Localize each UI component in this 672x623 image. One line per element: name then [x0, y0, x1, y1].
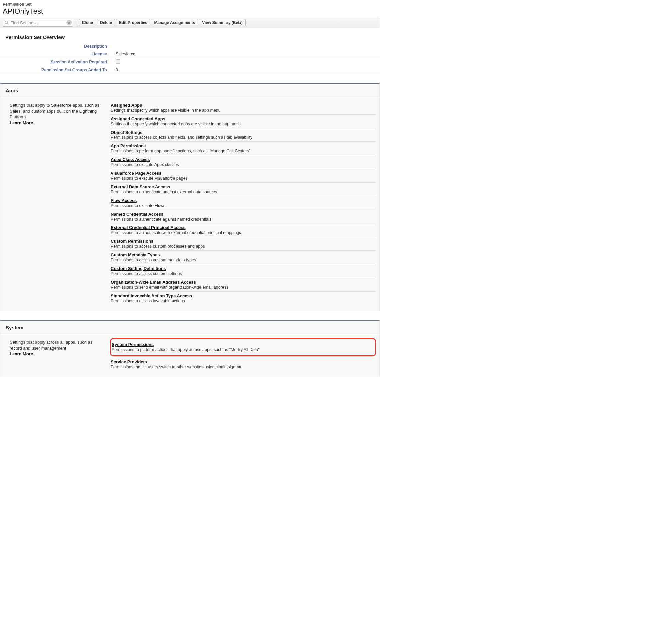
highlight-system-permissions: System PermissionsPermissions to perform…	[110, 338, 376, 356]
link-row-app-permissions: App PermissionsPermissions to perform ap…	[110, 142, 376, 155]
link-row-external-credential-principal-access: External Credential Principal AccessPerm…	[110, 224, 376, 237]
system-learn-more-link[interactable]: Learn More	[10, 351, 33, 356]
link-custom-metadata-types[interactable]: Custom Metadata Types	[111, 253, 375, 257]
ov-label-session: Session Activation Required	[0, 58, 113, 66]
link-desc-visualforce-page-access: Permissions to execute Visualforce pages	[111, 176, 375, 181]
link-row-visualforce-page-access: Visualforce Page AccessPermissions to ex…	[110, 169, 376, 183]
link-desc-custom-permissions: Permissions to access custom processes a…	[111, 244, 375, 249]
overview-heading: Permission Set Overview	[0, 28, 380, 42]
ov-value-license: Salesforce	[113, 51, 380, 58]
link-desc-assigned-apps: Settings that specify which apps are vis…	[111, 108, 375, 113]
apps-intro: Settings that apply to Salesforce apps, …	[4, 101, 110, 305]
link-desc-named-credential-access: Permissions to authenticate against name…	[111, 217, 375, 221]
system-heading: System	[0, 321, 379, 334]
overview-table: Description License Salesforce Session A…	[0, 42, 380, 74]
apps-heading: Apps	[0, 84, 379, 97]
link-assigned-connected-apps[interactable]: Assigned Connected Apps	[111, 116, 375, 121]
link-visualforce-page-access[interactable]: Visualforce Page Access	[111, 171, 375, 176]
manage-assignments-button[interactable]: Manage Assignments	[151, 19, 198, 26]
link-desc-assigned-connected-apps: Settings that specify which connected ap…	[111, 122, 375, 126]
link-service-providers[interactable]: Service Providers	[111, 359, 375, 364]
link-custom-permissions[interactable]: Custom Permissions	[111, 239, 375, 244]
link-external-data-source-access[interactable]: External Data Source Access	[111, 184, 375, 189]
link-row-custom-metadata-types: Custom Metadata TypesPermissions to acce…	[110, 251, 376, 264]
link-row-custom-permissions: Custom PermissionsPermissions to access …	[110, 237, 376, 251]
link-row-system-permissions: System PermissionsPermissions to perform…	[112, 340, 373, 354]
link-object-settings[interactable]: Object Settings	[111, 130, 375, 135]
apps-learn-more-link[interactable]: Learn More	[10, 120, 33, 125]
link-assigned-apps[interactable]: Assigned Apps	[111, 102, 375, 108]
link-external-credential-principal-access[interactable]: External Credential Principal Access	[111, 225, 375, 230]
link-row-object-settings: Object SettingsPermissions to access obj…	[110, 128, 376, 142]
ov-value-groups: 0	[113, 66, 380, 74]
edit-properties-button[interactable]: Edit Properties	[116, 19, 150, 26]
link-desc-apex-class-access: Permissions to execute Apex classes	[111, 162, 375, 167]
link-apex-class-access[interactable]: Apex Class Access	[111, 157, 375, 162]
link-row-named-credential-access: Named Credential AccessPermissions to au…	[110, 210, 376, 224]
link-row-assigned-apps: Assigned AppsSettings that specify which…	[110, 101, 376, 115]
link-row-custom-setting-definitions: Custom Setting DefinitionsPermissions to…	[110, 264, 376, 278]
link-desc-flow-access: Permissions to execute Flows	[111, 203, 375, 208]
ov-value-description	[113, 43, 380, 51]
delete-button[interactable]: Delete	[97, 19, 115, 26]
system-link-list: System PermissionsPermissions to perform…	[110, 338, 376, 371]
system-section: System Settings that apply across all ap…	[0, 320, 380, 377]
view-summary-button[interactable]: View Summary (Beta)	[199, 19, 246, 26]
link-system-permissions[interactable]: System Permissions	[112, 342, 373, 347]
link-row-standard-invocable-action-type-access: Standard Invocable Action Type AccessPer…	[110, 292, 376, 305]
apps-section: Apps Settings that apply to Salesforce a…	[0, 83, 380, 311]
ov-value-session	[113, 58, 380, 66]
ov-label-description: Description	[0, 43, 113, 51]
page-pretitle: Permission Set	[3, 2, 377, 7]
link-row-apex-class-access: Apex Class AccessPermissions to execute …	[110, 155, 376, 169]
link-row-external-data-source-access: External Data Source AccessPermissions t…	[110, 183, 376, 196]
search-wrap: ✕	[3, 19, 73, 27]
link-row-organization-wide-email-address-access: Organization-Wide Email Address AccessPe…	[110, 278, 376, 292]
link-app-permissions[interactable]: App Permissions	[111, 144, 375, 148]
link-desc-custom-metadata-types: Permissions to access custom metadata ty…	[111, 258, 375, 262]
link-desc-external-credential-principal-access: Permissions to authenticate with externa…	[111, 231, 375, 235]
link-custom-setting-definitions[interactable]: Custom Setting Definitions	[111, 266, 375, 271]
link-row-flow-access: Flow AccessPermissions to execute Flows	[110, 196, 376, 210]
apps-intro-text: Settings that apply to Salesforce apps, …	[10, 102, 99, 119]
search-input[interactable]	[3, 19, 73, 27]
system-intro-text: Settings that apply across all apps, suc…	[10, 340, 92, 351]
link-desc-object-settings: Permissions to access objects and fields…	[111, 135, 375, 140]
link-desc-service-providers: Permissions that let users switch to oth…	[111, 365, 375, 369]
link-desc-app-permissions: Permissions to perform app-specific acti…	[111, 149, 375, 153]
toolbar-separator: |	[76, 20, 77, 25]
link-row-assigned-connected-apps: Assigned Connected AppsSettings that spe…	[110, 115, 376, 128]
page-title: APIOnlyTest	[3, 7, 377, 16]
link-desc-organization-wide-email-address-access: Permissions to send email with organizat…	[111, 285, 375, 290]
ov-label-groups: Permission Set Groups Added To	[0, 66, 113, 74]
ov-label-license: License	[0, 51, 113, 58]
link-flow-access[interactable]: Flow Access	[111, 198, 375, 203]
svg-line-1	[7, 23, 9, 25]
search-icon	[4, 20, 9, 25]
link-row-service-providers: Service ProvidersPermissions that let us…	[110, 358, 376, 371]
link-standard-invocable-action-type-access[interactable]: Standard Invocable Action Type Access	[111, 293, 375, 298]
link-desc-custom-setting-definitions: Permissions to access custom settings	[111, 271, 375, 276]
link-named-credential-access[interactable]: Named Credential Access	[111, 211, 375, 216]
svg-point-0	[5, 21, 7, 23]
clone-button[interactable]: Clone	[79, 19, 96, 26]
apps-link-list: Assigned AppsSettings that specify which…	[110, 101, 376, 305]
link-desc-standard-invocable-action-type-access: Permissions to access invocable actions	[111, 299, 375, 303]
clear-icon[interactable]: ✕	[66, 20, 72, 25]
session-checkbox	[116, 59, 120, 64]
system-intro: Settings that apply across all apps, suc…	[4, 338, 110, 371]
link-desc-system-permissions: Permissions to perform actions that appl…	[112, 347, 373, 352]
link-desc-external-data-source-access: Permissions to authenticate against exte…	[111, 189, 375, 194]
link-organization-wide-email-address-access[interactable]: Organization-Wide Email Address Access	[111, 279, 375, 285]
toolbar: ✕ | Clone Delete Edit Properties Manage …	[0, 17, 380, 28]
